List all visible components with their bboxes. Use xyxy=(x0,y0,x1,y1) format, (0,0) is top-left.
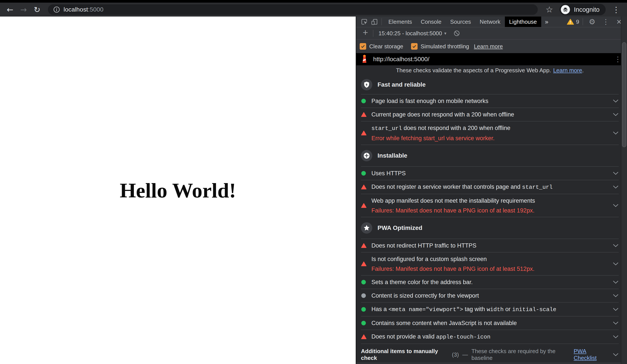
code-snippet: <meta name="viewport"> xyxy=(388,306,463,313)
chevron-down-icon[interactable] xyxy=(613,321,619,325)
audit-failure-text: Failures: Manifest does not have a PNG i… xyxy=(371,265,608,273)
bookmark-star-icon[interactable]: ☆ xyxy=(542,5,556,14)
audit-content: Web app manifest does not meet the insta… xyxy=(371,194,608,217)
fail-triangle-icon xyxy=(361,261,367,266)
section-title: PWA Optimized xyxy=(377,224,422,231)
settings-gear-icon[interactable]: ⚙ xyxy=(585,17,599,26)
audit-row[interactable]: Page load is fast enough on mobile netwo… xyxy=(361,95,619,108)
chevron-down-icon[interactable] xyxy=(613,185,619,189)
report-selector[interactable]: 15:40:25 - localhost:5000 xyxy=(379,30,442,37)
manual-checks-title: Additional items to manually check xyxy=(361,348,450,361)
inspect-element-icon[interactable] xyxy=(359,16,369,27)
back-icon[interactable]: ← xyxy=(4,3,16,16)
address-bar[interactable]: localhost:5000 xyxy=(48,4,538,15)
throttling-learn-more-link[interactable]: Learn more xyxy=(474,43,503,50)
chevron-down-icon[interactable] xyxy=(613,172,619,175)
reload-icon[interactable]: ↻ xyxy=(31,3,43,16)
audit-row[interactable]: Does not redirect HTTP traffic to HTTPS xyxy=(361,239,619,253)
page-heading: Hello World! xyxy=(120,178,236,203)
url-text[interactable]: localhost:5000 xyxy=(64,6,104,13)
more-tabs-icon[interactable]: » xyxy=(541,18,552,26)
clear-storage-checkbox[interactable] xyxy=(360,43,366,50)
issues-warning[interactable]: 9 xyxy=(566,18,580,25)
simulated-throttling-checkbox[interactable] xyxy=(411,43,418,50)
chevron-down-icon[interactable] xyxy=(613,280,619,284)
forward-icon[interactable]: → xyxy=(17,3,30,16)
audit-row[interactable]: Has a <meta name="viewport"> tag with wi… xyxy=(361,303,619,316)
audit-title: Sets a theme color for the address bar. xyxy=(371,278,608,286)
audit-row[interactable]: Is not configured for a custom splash sc… xyxy=(361,253,619,276)
report-options-icon[interactable]: ⋮ xyxy=(614,55,621,63)
chevron-down-icon[interactable] xyxy=(613,113,619,116)
toolbar-separator xyxy=(381,18,382,25)
audit-title: start_url does not respond with a 200 wh… xyxy=(371,124,608,132)
pass-status-icon xyxy=(361,307,371,312)
report-selector-caret-icon[interactable]: ▾ xyxy=(444,31,447,36)
star-badge xyxy=(361,222,372,234)
title-text: Current page does not respond with a 200… xyxy=(371,111,514,118)
audit-row[interactable]: Content is sized correctly for the viewp… xyxy=(361,289,619,303)
chevron-down-icon[interactable] xyxy=(613,262,619,266)
new-audit-icon[interactable]: + xyxy=(360,27,371,39)
manual-checks-row[interactable]: Additional items to manually check (3) —… xyxy=(361,348,619,361)
audit-title: Does not provide a valid apple-touch-ico… xyxy=(371,333,608,341)
devtools-menu-icon[interactable]: ⋮ xyxy=(599,18,613,26)
fail-triangle-icon xyxy=(361,203,367,208)
pass-circle-icon xyxy=(361,307,366,312)
report-url-text: http://localhost:5000/ xyxy=(373,56,429,63)
audit-title: Content is sized correctly for the viewp… xyxy=(371,292,608,300)
manual-checks-note: These checks are required by the baselin… xyxy=(471,348,572,361)
report-scrollbar[interactable] xyxy=(621,16,627,364)
pwa-intro-text: These checks validate the aspects of a P… xyxy=(396,67,551,74)
audit-row[interactable]: Current page does not respond with a 200… xyxy=(361,108,619,121)
chevron-down-icon[interactable] xyxy=(613,131,619,135)
audit-content: Does not provide a valid apple-touch-ico… xyxy=(371,330,608,344)
neutral-status-icon xyxy=(361,293,371,298)
pwa-intro-learn-more-link[interactable]: Learn more xyxy=(553,67,582,74)
device-toolbar-icon[interactable] xyxy=(369,16,379,27)
chevron-down-icon[interactable] xyxy=(613,204,619,207)
scrollbar-thumb[interactable] xyxy=(622,42,626,147)
plus-circle-icon xyxy=(363,152,370,159)
star-icon xyxy=(363,224,370,231)
chevron-down-icon[interactable] xyxy=(613,308,619,311)
audit-row[interactable]: Does not register a service worker that … xyxy=(361,180,619,194)
tab-sources[interactable]: Sources xyxy=(446,16,475,27)
simulated-throttling-label: Simulated throttling xyxy=(420,43,469,50)
pass-status-icon xyxy=(361,171,371,176)
audit-row[interactable]: start_url does not respond with a 200 wh… xyxy=(361,121,619,145)
devtools-panel: Elements Console Sources Network Lightho… xyxy=(356,16,627,364)
tab-network[interactable]: Network xyxy=(475,16,505,27)
url-host: localhost xyxy=(64,6,88,13)
chevron-down-icon[interactable] xyxy=(613,294,619,297)
clear-reports-icon[interactable] xyxy=(452,28,462,39)
tab-console[interactable]: Console xyxy=(416,16,446,27)
fail-status-icon xyxy=(361,243,371,248)
pwa-checklist-link[interactable]: PWA Checklist xyxy=(574,348,608,361)
audit-title: Uses HTTPS xyxy=(371,169,608,177)
audit-row[interactable]: Does not provide a valid apple-touch-ico… xyxy=(361,330,619,344)
code-snippet: apple-touch-icon xyxy=(436,334,490,340)
chevron-down-icon[interactable] xyxy=(613,335,619,339)
page-info-icon[interactable] xyxy=(53,6,60,13)
audit-title: Does not redirect HTTP traffic to HTTPS xyxy=(371,242,608,250)
audit-row[interactable]: Web app manifest does not meet the insta… xyxy=(361,194,619,217)
tab-elements[interactable]: Elements xyxy=(384,16,416,27)
chevron-down-icon[interactable] xyxy=(613,244,619,247)
audit-content: Content is sized correctly for the viewp… xyxy=(371,289,608,302)
audit-row[interactable]: Contains some content when JavaScript is… xyxy=(361,316,619,330)
audit-content: Does not redirect HTTP traffic to HTTPS xyxy=(371,239,608,252)
chevron-down-icon[interactable] xyxy=(613,99,619,103)
tab-lighthouse[interactable]: Lighthouse xyxy=(505,16,541,27)
audit-row[interactable]: Uses HTTPS xyxy=(361,167,619,180)
fail-triangle-icon xyxy=(361,130,367,136)
audit-row[interactable]: Sets a theme color for the address bar. xyxy=(361,276,619,289)
audit-content: Does not register a service worker that … xyxy=(371,180,608,194)
title-text: or xyxy=(504,306,512,312)
title-text: Uses HTTPS xyxy=(371,170,406,177)
browser-menu-icon[interactable]: ⋮ xyxy=(609,5,623,14)
plus-circle-badge xyxy=(361,150,372,161)
incognito-badge: Incognito xyxy=(560,4,606,15)
audit-content: Contains some content when JavaScript is… xyxy=(371,316,608,330)
chevron-down-icon[interactable] xyxy=(613,353,619,356)
